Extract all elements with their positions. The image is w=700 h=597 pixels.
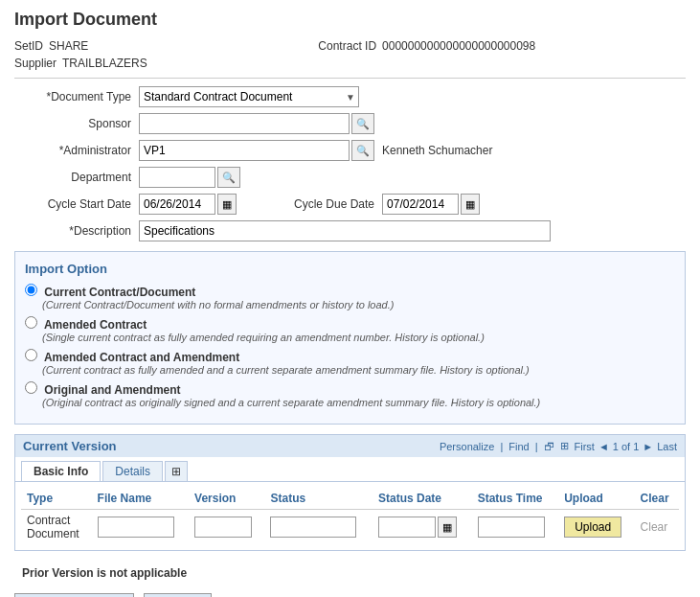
department-input[interactable] — [139, 167, 215, 188]
tab-grid-view-icon[interactable]: ⊞ — [165, 461, 188, 481]
setid-value: SHARE — [49, 39, 88, 53]
cell-upload: Upload — [558, 510, 634, 545]
description-row: *Description — [14, 220, 686, 241]
cycle-due-calendar-button[interactable]: ▦ — [461, 194, 480, 215]
divider-1 — [14, 78, 686, 79]
sponsor-search-button[interactable]: 🔍 — [351, 113, 374, 134]
first-label[interactable]: First — [575, 441, 595, 452]
import-radio-3[interactable] — [25, 349, 37, 361]
separator-1: | — [500, 441, 503, 452]
import-option-3-sub: (Current contract as fully amended and a… — [42, 364, 675, 376]
import-option-4-sub: (Original contract as originally signed … — [42, 397, 675, 408]
clear-link: Clear — [641, 520, 668, 534]
import-option-1-sub: (Current Contract/Document with no forma… — [42, 299, 675, 310]
status-date-input[interactable] — [378, 517, 436, 538]
col-filename: File Name — [92, 488, 189, 510]
cell-status-time — [472, 510, 558, 545]
description-input[interactable] — [139, 220, 551, 241]
bottom-buttons: Done with Import Cancel — [14, 586, 686, 597]
supplier-info: Supplier TRAILBLAZERS — [14, 57, 147, 70]
tab-details[interactable]: Details — [102, 461, 163, 481]
current-version-table: Type File Name Version Status Status Dat… — [21, 488, 679, 544]
department-search-button[interactable]: 🔍 — [217, 167, 240, 188]
import-option-1-label: Current Contract/Document — [44, 286, 195, 299]
cycle-start-calendar-button[interactable]: ▦ — [217, 194, 237, 215]
administrator-input[interactable] — [139, 140, 350, 161]
find-link[interactable]: Find — [508, 441, 529, 452]
status-select-wrapper[interactable] — [270, 517, 356, 538]
cycle-start-label: Cycle Start Date — [14, 197, 139, 211]
setid-info: SetID SHARE — [14, 39, 88, 53]
cycle-start-input[interactable] — [139, 194, 215, 215]
status-select[interactable] — [270, 517, 356, 538]
import-option-2: Amended Contract (Single current contrac… — [25, 316, 675, 343]
upload-button[interactable]: Upload — [564, 517, 621, 538]
import-option-4: Original and Amendment (Original contrac… — [25, 381, 675, 408]
import-option-3: Amended Contract and Amendment (Current … — [25, 349, 675, 376]
filename-input[interactable] — [98, 517, 174, 538]
next-icon[interactable]: ► — [643, 441, 653, 452]
document-type-select-wrapper[interactable]: Standard Contract Document Amendment Doc… — [139, 86, 359, 107]
sponsor-row: Sponsor 🔍 — [14, 113, 686, 134]
import-option-2-sub: (Single current contract as fully amende… — [42, 332, 675, 343]
prior-version-text: Prior Version is not applicable — [14, 561, 686, 586]
col-clear: Clear — [635, 488, 679, 510]
administrator-search-button[interactable]: 🔍 — [351, 140, 374, 161]
contract-id-label: Contract ID — [318, 39, 376, 53]
cancel-button[interactable]: Cancel — [144, 593, 212, 597]
grid-icon[interactable]: ⊞ — [560, 440, 569, 452]
supplier-info-row: Supplier TRAILBLAZERS — [14, 57, 686, 70]
sponsor-input[interactable] — [139, 113, 350, 134]
prev-icon[interactable]: ◄ — [598, 441, 609, 452]
document-type-label: *Document Type — [14, 90, 139, 103]
current-version-title: Current Version — [23, 439, 117, 453]
cell-type: ContractDocument — [21, 510, 92, 545]
import-option-3-label: Amended Contract and Amendment — [44, 351, 239, 364]
tab-basic-info[interactable]: Basic Info — [21, 461, 101, 481]
import-option-1: Current Contract/Document (Current Contr… — [25, 284, 675, 310]
status-date-wrapper: ▦ — [378, 517, 466, 538]
header-info: SetID SHARE Contract ID 0000000000000000… — [14, 39, 686, 53]
description-label: *Description — [14, 224, 139, 238]
current-version-section: Current Version Personalize | Find | 🗗 ⊞… — [14, 434, 686, 551]
done-with-import-button[interactable]: Done with Import — [14, 593, 134, 597]
col-status-time: Status Time — [472, 488, 558, 510]
personalize-link[interactable]: Personalize — [440, 441, 494, 452]
import-option-2-label: Amended Contract — [44, 318, 147, 332]
cycle-due-section: Cycle Due Date ▦ — [294, 194, 480, 215]
administrator-label: *Administrator — [14, 144, 139, 157]
separator-2: | — [535, 441, 538, 452]
cycle-due-input[interactable] — [382, 194, 459, 215]
cycle-due-date-wrapper: ▦ — [382, 194, 480, 215]
import-radio-1[interactable] — [25, 284, 37, 296]
form-section: *Document Type Standard Contract Documen… — [14, 86, 686, 241]
document-type-row: *Document Type Standard Contract Documen… — [14, 86, 686, 107]
contract-id-info: Contract ID 000000000000000000000098 — [318, 39, 535, 53]
cycle-start-date-wrapper: ▦ — [139, 194, 237, 215]
supplier-value: TRAILBLAZERS — [62, 57, 147, 70]
import-option-title: Import Option — [25, 262, 675, 276]
department-label: Department — [14, 171, 139, 184]
cell-version — [189, 510, 264, 545]
sponsor-label: Sponsor — [14, 117, 139, 130]
status-date-calendar-button[interactable]: ▦ — [438, 517, 457, 538]
status-time-input[interactable] — [478, 517, 545, 538]
dates-row: Cycle Start Date ▦ Cycle Due Date ▦ — [14, 194, 686, 215]
administrator-row: *Administrator 🔍 Kenneth Schumacher — [14, 140, 686, 161]
page-info: 1 of 1 — [613, 441, 640, 452]
table-header-row: Type File Name Version Status Status Dat… — [21, 488, 679, 510]
import-radio-4[interactable] — [25, 381, 37, 394]
view-icon[interactable]: 🗗 — [544, 441, 554, 452]
version-input[interactable] — [194, 517, 252, 538]
current-version-header: Current Version Personalize | Find | 🗗 ⊞… — [15, 435, 685, 457]
last-label[interactable]: Last — [657, 441, 677, 452]
cell-status-date: ▦ — [373, 510, 472, 545]
col-version: Version — [189, 488, 264, 510]
import-radio-2[interactable] — [25, 316, 37, 329]
page-title: Import Document — [14, 10, 686, 30]
table-row: ContractDocument — [21, 510, 679, 545]
document-type-select[interactable]: Standard Contract Document Amendment Doc… — [139, 86, 359, 107]
cycle-due-label: Cycle Due Date — [294, 197, 374, 211]
setid-label: SetID — [14, 39, 43, 53]
cell-clear: Clear — [635, 510, 679, 545]
